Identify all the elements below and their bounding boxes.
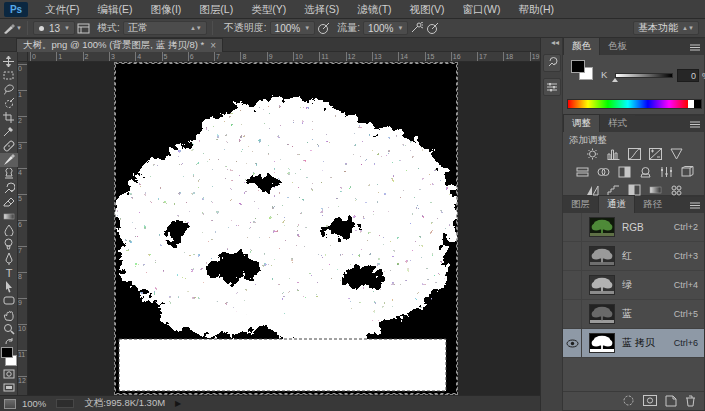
eyedropper-tool-icon[interactable] <box>0 125 18 139</box>
toggle-brush-panel-icon[interactable] <box>75 21 91 36</box>
menu-view[interactable]: 视图(V) <box>401 0 454 19</box>
status-bar: 100% 文档:995.8K/1.30M ▶ <box>0 395 540 411</box>
screen-mode-icon[interactable] <box>0 381 18 395</box>
visibility-toggle[interactable] <box>563 329 582 358</box>
opacity-select[interactable]: 100% ▼ <box>270 21 316 35</box>
visibility-toggle[interactable] <box>563 213 582 242</box>
foreground-color-swatch[interactable] <box>1 347 13 358</box>
path-selection-tool-icon[interactable] <box>0 280 18 294</box>
new-channel-icon[interactable] <box>665 395 677 407</box>
menu-type[interactable]: 类型(Y) <box>242 0 295 19</box>
tab-styles[interactable]: 样式 <box>600 115 635 132</box>
clone-stamp-tool-icon[interactable] <box>0 167 18 181</box>
zoom-level[interactable]: 100% <box>22 398 46 409</box>
history-panel-icon[interactable] <box>543 54 561 72</box>
crop-tool-icon[interactable] <box>0 110 18 124</box>
dodge-tool-icon[interactable] <box>0 237 18 251</box>
flow-select[interactable]: 100% ▼ <box>363 21 409 35</box>
status-scrubber[interactable] <box>56 399 74 408</box>
marquee-tool-icon[interactable] <box>0 68 18 82</box>
k-slider-handle[interactable] <box>612 78 618 82</box>
panel-menu-icon[interactable] <box>689 120 701 129</box>
delete-channel-icon[interactable] <box>685 395 696 407</box>
visibility-toggle[interactable] <box>563 271 582 300</box>
swap-colors-icon[interactable] <box>4 338 14 345</box>
visibility-toggle[interactable] <box>563 242 582 271</box>
load-selection-icon[interactable] <box>622 394 635 407</box>
color-balance-icon[interactable] <box>596 165 611 178</box>
zoom-tool-icon[interactable] <box>0 322 18 336</box>
brush-size-picker[interactable]: 13 ▼ <box>33 21 75 35</box>
history-brush-tool-icon[interactable] <box>0 181 18 195</box>
channel-row-rgb[interactable]: RGB Ctrl+2 <box>563 213 704 242</box>
channel-row-red[interactable]: 红 Ctrl+3 <box>563 242 704 271</box>
menu-select[interactable]: 选择(S) <box>295 0 348 19</box>
color-lookup-icon[interactable] <box>680 165 695 178</box>
tab-layers[interactable]: 图层 <box>563 196 598 213</box>
vibrance-icon[interactable] <box>669 147 684 160</box>
levels-icon[interactable] <box>606 147 621 160</box>
pen-tool-icon[interactable] <box>0 252 18 266</box>
panel-menu-icon[interactable] <box>689 201 701 210</box>
menu-window[interactable]: 窗口(W) <box>454 0 510 19</box>
tab-adjustments[interactable]: 调整 <box>563 114 600 132</box>
panel-menu-icon[interactable] <box>689 43 701 52</box>
curves-icon[interactable] <box>627 147 642 160</box>
quick-selection-tool-icon[interactable] <box>0 96 18 110</box>
document-image[interactable] <box>115 63 457 394</box>
lasso-tool-icon[interactable] <box>0 82 18 96</box>
gradient-tool-icon[interactable] <box>0 209 18 223</box>
workspace-switcher[interactable]: 基本功能 ▲▼ <box>633 21 699 35</box>
tab-color[interactable]: 颜色 <box>563 37 600 55</box>
k-value-input[interactable] <box>677 69 699 82</box>
blur-tool-icon[interactable] <box>0 223 18 237</box>
brush-preset-icon[interactable] <box>0 21 16 36</box>
blend-mode-select[interactable]: 正常 ▲▼ <box>123 21 207 35</box>
canvas-pasteboard[interactable]: 012345678910111213141516171819 012345678… <box>18 52 540 395</box>
tab-swatches[interactable]: 色板 <box>600 38 635 55</box>
menu-help[interactable]: 帮助(H) <box>510 0 564 19</box>
tab-paths[interactable]: 路径 <box>635 196 670 213</box>
selective-color-icon[interactable] <box>669 183 684 196</box>
type-tool-icon[interactable]: T <box>0 266 18 280</box>
tab-channels[interactable]: 通道 <box>598 195 635 213</box>
hand-tool-icon[interactable] <box>0 308 18 322</box>
close-tab-icon[interactable]: × <box>210 40 216 51</box>
hue-saturation-icon[interactable] <box>575 165 590 178</box>
shape-tool-icon[interactable] <box>0 294 18 308</box>
panel-foreground-swatch[interactable] <box>571 60 585 73</box>
window-thumb-icon[interactable] <box>4 399 16 409</box>
brush-preset-arrow-icon[interactable]: ▼ <box>16 25 22 31</box>
pressure-size-icon[interactable] <box>424 21 440 36</box>
photo-filter-icon[interactable] <box>638 165 653 178</box>
color-spectrum-ramp[interactable] <box>567 99 702 109</box>
exposure-icon[interactable] <box>648 147 663 160</box>
k-slider-track[interactable] <box>615 73 673 78</box>
collapse-dock-icon[interactable]: ◂◂ <box>551 38 559 48</box>
channel-row-blue-copy[interactable]: 蓝 拷贝 Ctrl+6 <box>563 329 704 358</box>
menu-file[interactable]: 文件(F) <box>36 0 88 19</box>
brush-tool-icon[interactable] <box>0 153 18 167</box>
channel-row-blue[interactable]: 蓝 Ctrl+5 <box>563 300 704 329</box>
brightness-contrast-icon[interactable] <box>585 147 600 160</box>
channel-mixer-icon[interactable] <box>659 165 674 178</box>
visibility-toggle[interactable] <box>563 300 582 329</box>
menu-filter[interactable]: 滤镜(T) <box>348 0 400 19</box>
document-tab[interactable]: 大树。png @ 100% (背景图层, 蓝 拷贝/8) * × <box>16 38 223 52</box>
pressure-opacity-icon[interactable] <box>315 21 331 36</box>
healing-brush-tool-icon[interactable] <box>0 139 18 153</box>
properties-panel-icon[interactable] <box>543 78 561 96</box>
menu-edit[interactable]: 编辑(E) <box>88 0 141 19</box>
gradient-map-icon[interactable] <box>648 183 663 196</box>
ruler-origin-corner[interactable] <box>18 52 28 62</box>
status-options-arrow-icon[interactable]: ▶ <box>175 399 181 408</box>
menu-image[interactable]: 图像(I) <box>141 0 190 19</box>
black-white-icon[interactable] <box>617 165 632 178</box>
menu-layer[interactable]: 图层(L) <box>190 0 242 19</box>
save-selection-as-channel-icon[interactable] <box>643 395 657 406</box>
move-tool-icon[interactable] <box>0 54 18 68</box>
channel-row-green[interactable]: 绿 Ctrl+4 <box>563 271 704 300</box>
eraser-tool-icon[interactable] <box>0 195 18 209</box>
airbrush-icon[interactable] <box>408 21 424 36</box>
quick-mask-icon[interactable] <box>0 367 18 381</box>
